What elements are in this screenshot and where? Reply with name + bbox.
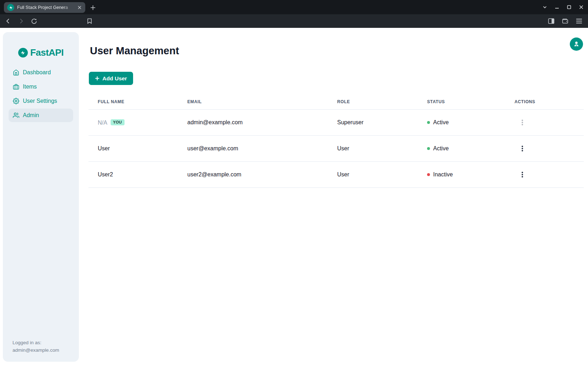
page-title: User Management — [90, 45, 179, 57]
full-name-text: User2 — [98, 171, 113, 177]
fastapi-bolt-icon — [18, 48, 28, 57]
status-text: Inactive — [433, 171, 453, 178]
status-text: Active — [433, 145, 449, 152]
home-icon — [13, 69, 19, 76]
cell-role: User — [337, 171, 427, 178]
table-row: User2 user2@example.com User Inactive — [88, 162, 584, 188]
browser-titlebar: Full Stack Project Genera — [0, 0, 588, 14]
sidebar-menu: Dashboard Items User Settings Admin — [9, 66, 73, 122]
close-icon[interactable] — [579, 5, 584, 10]
table-row: N/AYOU admin@example.com Superuser Activ… — [88, 110, 584, 136]
users-icon — [13, 112, 19, 119]
wallet-icon[interactable] — [561, 17, 569, 25]
tab-title: Full Stack Project Genera — [17, 5, 74, 10]
users-table: FULL NAME EMAIL ROLE STATUS ACTIONS N/AY… — [88, 94, 584, 188]
cell-email: user2@example.com — [187, 171, 337, 178]
status-dot — [427, 121, 430, 124]
briefcase-icon — [13, 84, 19, 90]
sidebar-item-label: Items — [23, 84, 37, 90]
column-header-full-name: FULL NAME — [88, 99, 187, 104]
logged-in-label: Logged in as: — [12, 339, 59, 346]
sidebar-item-items[interactable]: Items — [9, 80, 73, 94]
browser-tab[interactable]: Full Stack Project Genera — [4, 2, 85, 13]
browser-window: Full Stack Project Genera — [0, 0, 588, 366]
cell-status: Active — [427, 145, 514, 152]
sidebar-item-label: Admin — [23, 112, 39, 119]
sidebar-item-label: User Settings — [23, 98, 57, 104]
column-header-role: ROLE — [337, 99, 427, 104]
row-actions-menu-icon[interactable] — [517, 117, 527, 127]
column-header-status: STATUS — [427, 99, 514, 104]
cell-role: Superuser — [337, 119, 427, 126]
table-row: User user@example.com User Active — [88, 136, 584, 162]
user-avatar-icon — [573, 41, 580, 47]
cell-email: user@example.com — [187, 145, 337, 152]
fastapi-logo: FastAPI — [3, 47, 79, 58]
status-dot — [427, 147, 430, 150]
plus-icon — [95, 76, 100, 81]
browser-toolbar: i localhost/admin 1 — [0, 14, 588, 28]
logo-text: FastAPI — [30, 47, 64, 58]
full-name-text: User — [98, 145, 110, 151]
gear-icon — [13, 98, 19, 104]
tab-search-chevron-down-icon[interactable] — [542, 5, 547, 10]
logged-in-email: admin@example.com — [12, 346, 59, 354]
cell-status: Inactive — [427, 171, 514, 178]
sidebar-item-user-settings[interactable]: User Settings — [9, 94, 73, 108]
you-badge: YOU — [111, 119, 125, 125]
cell-actions — [514, 144, 584, 154]
cell-actions — [514, 170, 584, 180]
menu-icon[interactable] — [575, 17, 583, 25]
sidebar-panel-icon[interactable] — [547, 17, 555, 25]
logged-in-as: Logged in as: admin@example.com — [12, 339, 59, 354]
sidebar-item-dashboard[interactable]: Dashboard — [9, 66, 73, 79]
cell-actions — [514, 117, 584, 127]
cell-role: User — [337, 145, 427, 152]
cell-full-name: User — [88, 145, 187, 152]
tab-close-icon[interactable] — [77, 5, 82, 10]
forward-icon[interactable] — [17, 17, 25, 25]
full-name-text: N/A — [98, 119, 107, 125]
back-icon[interactable] — [4, 17, 12, 25]
maximize-icon[interactable] — [567, 5, 572, 10]
bookmark-icon[interactable] — [86, 17, 93, 25]
row-actions-menu-icon[interactable] — [517, 144, 527, 154]
sidebar-item-label: Dashboard — [23, 69, 51, 76]
cell-full-name: N/AYOU — [88, 119, 187, 126]
status-dot — [427, 173, 430, 176]
column-header-email: EMAIL — [187, 99, 337, 104]
reload-icon[interactable] — [30, 17, 38, 25]
sidebar-item-admin[interactable]: Admin — [9, 109, 73, 122]
cell-email: admin@example.com — [187, 119, 337, 126]
app-content: FastAPI Dashboard Items User Settings A — [0, 28, 588, 366]
column-header-actions: ACTIONS — [514, 99, 584, 104]
table-header-row: FULL NAME EMAIL ROLE STATUS ACTIONS — [88, 94, 584, 110]
fastapi-favicon-icon — [7, 4, 14, 11]
row-actions-menu-icon[interactable] — [517, 170, 527, 180]
new-tab-button[interactable] — [88, 2, 98, 12]
sidebar: FastAPI Dashboard Items User Settings A — [3, 32, 79, 362]
status-text: Active — [433, 119, 449, 126]
cell-full-name: User2 — [88, 171, 187, 178]
minimize-icon[interactable] — [554, 5, 559, 10]
add-user-button[interactable]: Add User — [89, 72, 133, 85]
cell-status: Active — [427, 119, 514, 126]
user-avatar-button[interactable] — [570, 37, 583, 51]
add-user-label: Add User — [102, 75, 127, 82]
